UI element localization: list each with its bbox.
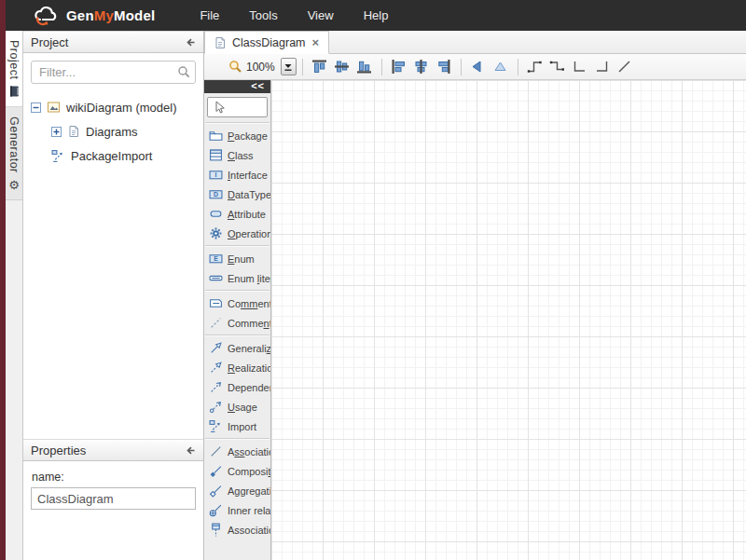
align-center-button[interactable] <box>410 57 433 77</box>
side-tab-generator[interactable]: Generator⚙ <box>6 107 22 200</box>
palette-item-label: Composition <box>228 466 270 477</box>
palette-item-package[interactable]: Package <box>204 126 270 145</box>
zoom-value: 100% <box>246 61 275 74</box>
model-icon <box>47 101 61 114</box>
collapse-left-arrow-icon[interactable] <box>184 36 196 48</box>
diagram-icon <box>67 125 80 138</box>
palette-item-operation[interactable]: Operation <box>204 224 270 243</box>
route-oblique-button[interactable] <box>614 57 636 77</box>
menu-help[interactable]: Help <box>360 3 393 28</box>
palette-collapse-button[interactable]: << <box>251 80 265 91</box>
route-oblique-icon <box>616 59 632 75</box>
palette-item-class[interactable]: Class <box>204 145 270 165</box>
palette-item-label: Dependency <box>228 382 270 393</box>
toolbar-groups <box>297 57 636 77</box>
align-left-button[interactable] <box>388 57 410 77</box>
tool-palette: << PackageClassIInterfaceDDataTypeAttrib… <box>204 80 271 560</box>
route-corner-left-button[interactable] <box>569 57 591 77</box>
diagram-canvas[interactable] <box>271 80 746 560</box>
diagram-tab-bar: ClassDiagram × <box>204 31 746 54</box>
palette-item-association[interactable]: Association <box>204 442 270 461</box>
palette-item-usage[interactable]: Usage <box>204 397 270 417</box>
pointer-tool-button[interactable] <box>207 97 268 117</box>
dependency-icon <box>209 380 223 394</box>
filter-input[interactable] <box>31 61 196 84</box>
align-right-button[interactable] <box>433 57 455 77</box>
toolbar-separator <box>461 59 462 75</box>
close-icon[interactable]: × <box>311 37 321 48</box>
palette-divider <box>205 335 269 336</box>
palette-item-interface[interactable]: IInterface <box>204 165 270 184</box>
side-tab-strip: ProjectGenerator⚙ <box>6 31 23 560</box>
palette-item-datatype[interactable]: DDataType <box>204 184 270 204</box>
gear-icon: ⚙ <box>8 179 20 191</box>
palette-item-label: Operation <box>228 228 270 239</box>
palette-item-aggregation[interactable]: Aggregation <box>204 481 270 500</box>
align-right-icon <box>435 59 451 75</box>
palette-item-generalization[interactable]: Generalization <box>204 338 270 358</box>
svg-text:E: E <box>214 255 218 262</box>
workspace: << PackageClassIInterfaceDDataTypeAttrib… <box>204 80 746 560</box>
tree-row-diagrams[interactable]: Diagrams <box>23 119 203 143</box>
align-left-icon <box>391 59 407 75</box>
side-tab-project[interactable]: Project <box>6 31 22 107</box>
route-zigzag-button[interactable] <box>546 57 569 77</box>
palette-item-enum-literal[interactable]: Enum literal <box>204 268 270 288</box>
collapse-minus-icon[interactable] <box>31 102 41 113</box>
palette-item-enum[interactable]: EEnum <box>204 249 270 268</box>
align-top-button[interactable] <box>309 57 331 77</box>
composition-icon <box>209 464 223 478</box>
menu-view[interactable]: View <box>304 3 338 28</box>
usage-icon <box>209 400 223 414</box>
genmymodel-cloud-logo-icon <box>32 6 60 26</box>
align-bottom-icon <box>356 59 372 75</box>
diagram-icon <box>214 36 227 49</box>
collapse-left-arrow-icon[interactable] <box>184 444 196 457</box>
menu-file[interactable]: File <box>196 3 223 28</box>
toolbar-separator <box>381 59 382 75</box>
flip-vertical-icon <box>492 59 508 75</box>
expand-plus-icon[interactable] <box>51 127 62 137</box>
route-corner-right-button[interactable] <box>591 57 614 77</box>
menu-tools[interactable]: Tools <box>245 3 281 28</box>
align-center-icon <box>413 59 429 75</box>
tab-classdiagram[interactable]: ClassDiagram × <box>204 31 329 54</box>
magnifier-icon <box>228 60 242 74</box>
palette-item-comment[interactable]: Comment <box>204 294 270 313</box>
palette-item-label: Enum <box>228 253 255 265</box>
tree-row-wikidiagram[interactable]: wikiDiagram (model) <box>23 95 203 119</box>
brand: GenMyModel <box>32 6 155 26</box>
palette-item-comment-link[interactable]: Comment Link <box>204 313 270 333</box>
palette-item-dependency[interactable]: Dependency <box>204 377 270 397</box>
name-field[interactable] <box>31 487 196 510</box>
align-middle-button[interactable] <box>331 57 353 77</box>
editor-area: ClassDiagram × 100% << PackageCl <box>204 31 746 560</box>
tree-row-packageimport[interactable]: PackageImport <box>23 143 203 168</box>
realization-icon <box>209 361 223 375</box>
properties-panel-header: Properties <box>23 439 203 461</box>
cursor-icon <box>214 101 226 114</box>
route-zigzag-icon <box>549 59 565 75</box>
palette-item-attribute[interactable]: Attribute <box>204 204 270 224</box>
search-icon <box>177 65 190 78</box>
flip-vertical-button[interactable] <box>490 57 512 77</box>
import-icon <box>209 419 223 433</box>
palette-item-import[interactable]: Import <box>204 417 270 436</box>
flip-horizontal-icon <box>470 59 486 75</box>
svg-text:I: I <box>215 171 217 178</box>
palette-item-composition[interactable]: Composition <box>204 461 270 481</box>
properties-fields: name: <box>23 461 203 560</box>
datatype-icon: D <box>209 187 223 201</box>
align-bottom-button[interactable] <box>353 57 376 77</box>
route-elbow-button[interactable] <box>524 57 546 77</box>
palette-item-association-class[interactable]: Association Cl... <box>204 520 270 540</box>
svg-text:D: D <box>214 191 218 198</box>
class-icon <box>209 148 223 162</box>
palette-item-inner-relation[interactable]: Inner relation <box>204 500 270 520</box>
toolbar-separator <box>302 59 303 75</box>
interface-icon: I <box>209 168 223 182</box>
palette-item-label: Association Cl... <box>228 525 270 536</box>
flip-horizontal-button[interactable] <box>467 57 490 77</box>
palette-item-realization[interactable]: Realization <box>204 358 270 377</box>
zoom-dropdown-button[interactable] <box>281 58 297 75</box>
